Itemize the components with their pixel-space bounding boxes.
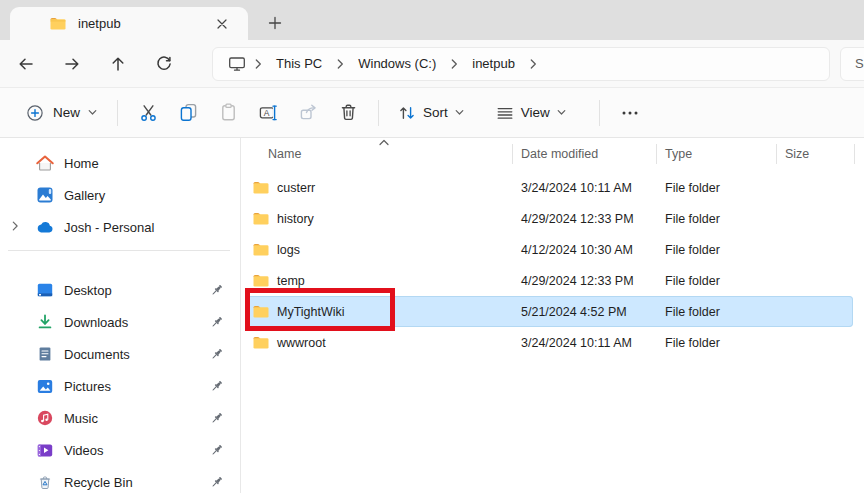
tab-title: inetpub bbox=[78, 16, 210, 31]
downloads-icon bbox=[36, 314, 54, 330]
file-row-history[interactable]: history 4/29/2024 12:33 PM File folder bbox=[245, 203, 853, 234]
home-icon bbox=[36, 155, 54, 171]
file-type: File folder bbox=[665, 305, 785, 319]
plus-circle-icon bbox=[26, 104, 44, 122]
folder-icon bbox=[50, 17, 66, 30]
back-button[interactable] bbox=[9, 47, 43, 81]
sidebar-item-desktop[interactable]: Desktop bbox=[0, 275, 234, 305]
rename-button[interactable]: A bbox=[248, 95, 288, 131]
copy-button[interactable] bbox=[168, 95, 208, 131]
sidebar-item-videos[interactable]: Videos bbox=[0, 435, 234, 465]
sidebar-item-label: Downloads bbox=[64, 315, 234, 330]
sidebar-item-gallery[interactable]: Gallery bbox=[0, 180, 234, 210]
sidebar-item-label: Gallery bbox=[64, 188, 234, 203]
arrow-right-icon bbox=[63, 55, 81, 73]
chevron-down-icon bbox=[455, 109, 464, 116]
sort-button-label: Sort bbox=[423, 105, 448, 120]
file-row-custerr[interactable]: custerr 3/24/2024 10:11 AM File folder bbox=[245, 172, 853, 203]
file-name: history bbox=[277, 212, 521, 226]
file-date-modified: 4/12/2024 10:30 AM bbox=[521, 243, 665, 257]
search-input[interactable]: Sea bbox=[840, 47, 864, 81]
music-icon bbox=[36, 410, 54, 426]
file-type: File folder bbox=[665, 274, 785, 288]
sidebar-item-music[interactable]: Music bbox=[0, 403, 234, 433]
chevron-right-icon[interactable] bbox=[10, 220, 20, 232]
videos-icon bbox=[36, 443, 54, 458]
more-options-button[interactable] bbox=[610, 95, 650, 131]
file-name: temp bbox=[277, 274, 521, 288]
sidebar-item-onedrive-personal[interactable]: Josh - Personal bbox=[0, 212, 234, 242]
column-header-size[interactable]: Size bbox=[777, 144, 855, 164]
chevron-down-icon bbox=[88, 109, 97, 116]
paste-button[interactable] bbox=[208, 95, 248, 131]
sidebar-item-downloads[interactable]: Downloads bbox=[0, 307, 234, 337]
onedrive-cloud-icon bbox=[36, 221, 54, 233]
file-date-modified: 4/29/2024 12:33 PM bbox=[521, 274, 665, 288]
file-type: File folder bbox=[665, 336, 785, 350]
pin-icon bbox=[210, 283, 224, 297]
refresh-button[interactable] bbox=[147, 47, 181, 81]
forward-button[interactable] bbox=[55, 47, 89, 81]
column-header-type[interactable]: Type bbox=[657, 144, 777, 164]
pin-icon bbox=[210, 379, 224, 393]
file-row-temp[interactable]: temp 4/29/2024 12:33 PM File folder bbox=[245, 265, 853, 296]
pin-icon bbox=[210, 443, 224, 457]
file-date-modified: 3/24/2024 10:11 AM bbox=[521, 336, 665, 350]
address-bar[interactable]: This PC Windows (C:) inetpub bbox=[212, 47, 830, 81]
sidebar-item-recycle-bin[interactable]: Recycle Bin bbox=[0, 467, 234, 493]
cut-icon bbox=[139, 104, 158, 122]
navigation-pane: Home Gallery Josh - Personal bbox=[0, 138, 241, 493]
chevron-right-icon bbox=[528, 58, 538, 70]
column-headers: Name Date modified Type Size bbox=[241, 140, 864, 168]
pin-icon bbox=[210, 315, 224, 329]
column-header-date-modified[interactable]: Date modified bbox=[513, 144, 657, 164]
file-date-modified: 4/29/2024 12:33 PM bbox=[521, 212, 665, 226]
view-list-icon bbox=[496, 104, 514, 122]
new-tab-button[interactable] bbox=[260, 8, 290, 38]
sidebar-item-label: Videos bbox=[64, 443, 234, 458]
file-row-mytightwiki[interactable]: MyTightWiki 5/21/2024 4:52 PM File folde… bbox=[245, 296, 853, 327]
gallery-icon bbox=[36, 187, 54, 203]
explorer-tab[interactable]: inetpub bbox=[10, 7, 248, 40]
folder-icon bbox=[253, 305, 269, 318]
sidebar-item-label: Recycle Bin bbox=[64, 475, 234, 490]
refresh-icon bbox=[155, 55, 173, 73]
more-options-icon bbox=[620, 104, 640, 122]
new-button[interactable]: New bbox=[16, 95, 107, 131]
sidebar-item-home[interactable]: Home bbox=[0, 148, 234, 178]
sidebar-item-label: Desktop bbox=[64, 283, 234, 298]
file-name: logs bbox=[277, 243, 521, 257]
sort-button[interactable]: Sort bbox=[389, 95, 473, 131]
breadcrumb-item-this-pc[interactable]: This PC bbox=[270, 53, 328, 74]
search-placeholder-text: Sea bbox=[855, 56, 864, 71]
sidebar-item-label: Pictures bbox=[64, 379, 234, 394]
sidebar-item-pictures[interactable]: Pictures bbox=[0, 371, 234, 401]
sidebar-item-documents[interactable]: Documents bbox=[0, 339, 234, 369]
cut-button[interactable] bbox=[128, 95, 168, 131]
column-header-name[interactable]: Name bbox=[268, 144, 513, 164]
file-list-pane: Name Date modified Type Size custerr 3/2… bbox=[241, 138, 864, 493]
file-row-logs[interactable]: logs 4/12/2024 10:30 AM File folder bbox=[245, 234, 853, 265]
view-button[interactable]: View bbox=[487, 95, 575, 131]
copy-icon bbox=[179, 103, 198, 122]
arrow-left-icon bbox=[17, 55, 35, 73]
breadcrumb-item-windows-c[interactable]: Windows (C:) bbox=[352, 53, 442, 74]
pictures-icon bbox=[36, 379, 54, 394]
main-area: Home Gallery Josh - Personal bbox=[0, 138, 864, 493]
sort-icon bbox=[398, 104, 416, 122]
up-button[interactable] bbox=[101, 47, 135, 81]
file-type: File folder bbox=[665, 181, 785, 195]
share-button[interactable] bbox=[288, 95, 328, 131]
share-icon bbox=[299, 103, 318, 122]
navigation-bar: This PC Windows (C:) inetpub Sea bbox=[0, 40, 864, 88]
sidebar-divider bbox=[8, 250, 230, 251]
file-rows: custerr 3/24/2024 10:11 AM File folder h… bbox=[241, 172, 864, 358]
delete-button[interactable] bbox=[328, 95, 368, 131]
toolbar-divider bbox=[599, 100, 600, 126]
file-row-wwwroot[interactable]: wwwroot 3/24/2024 10:11 AM File folder bbox=[245, 327, 853, 358]
breadcrumb-item-inetpub[interactable]: inetpub bbox=[466, 53, 521, 74]
sort-ascending-icon bbox=[378, 138, 390, 146]
tab-close-button[interactable] bbox=[210, 12, 234, 36]
sidebar-item-label: Josh - Personal bbox=[64, 220, 234, 235]
folder-icon bbox=[253, 212, 269, 225]
